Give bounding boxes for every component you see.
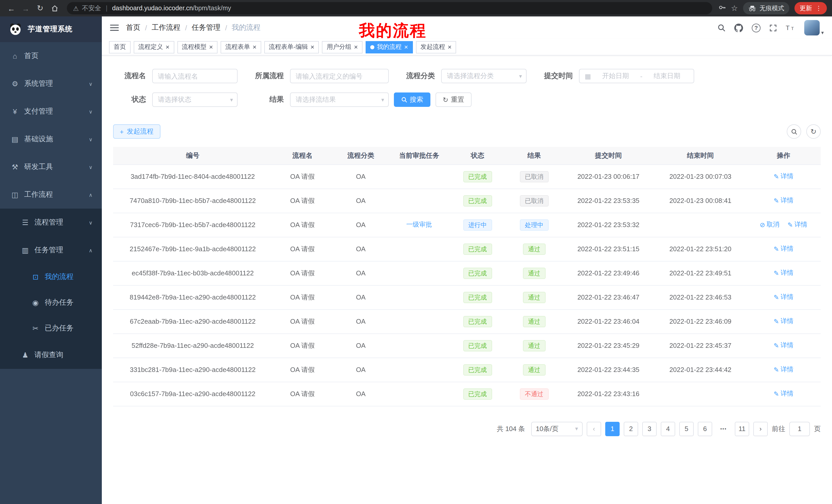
search-toggle-button[interactable] — [787, 124, 801, 139]
tab[interactable]: 发起流程 × — [416, 41, 456, 53]
close-icon[interactable]: × — [404, 44, 408, 50]
tab[interactable]: 流程定义 × — [134, 41, 174, 53]
cell-actions: ⊘取消 ✎详情 — [746, 164, 821, 189]
sidebar-item[interactable]: ⊡ 我的流程 — [0, 264, 102, 290]
reset-button[interactable]: ↻ 重置 — [436, 92, 471, 107]
prev-page-button[interactable]: ‹ — [587, 422, 601, 436]
bookmark-star-icon[interactable]: ☆ — [731, 4, 738, 13]
breadcrumb-item[interactable]: 首页 — [126, 23, 140, 32]
close-icon[interactable]: × — [354, 44, 358, 50]
close-icon[interactable]: × — [165, 44, 170, 50]
detail-link[interactable]: ✎详情 — [774, 269, 794, 277]
font-size-icon[interactable]: TT — [786, 24, 796, 31]
browser-forward-button[interactable]: → — [20, 2, 32, 15]
sidebar-item[interactable]: ⌂ 首页 — [0, 42, 102, 70]
help-icon[interactable]: ? — [752, 23, 760, 32]
result-select[interactable]: 请选择流结果 ▾ — [290, 92, 389, 107]
address-bar[interactable]: ⚠ 不安全 | dashboard.yudao.iocoder.cn/bpm/t… — [67, 2, 712, 15]
sidebar-item[interactable]: ⚙ 系统管理 ∨ — [0, 70, 102, 97]
refresh-icon: ↻ — [810, 128, 816, 136]
cancel-link[interactable]: ⊘取消 — [760, 220, 780, 229]
avatar[interactable] — [804, 20, 820, 35]
cell-id: 331bc281-7b9a-11ec-a290-acde48001122 — [113, 358, 272, 382]
tab-label: 流程定义 — [138, 43, 163, 51]
cell-category: OA — [333, 261, 389, 285]
detail-link[interactable]: ✎详情 — [774, 365, 794, 374]
sidebar-item[interactable]: ▤ 基础设施 ∨ — [0, 125, 102, 153]
detail-link[interactable]: ✎详情 — [774, 172, 794, 181]
page-button[interactable]: 6 — [698, 422, 712, 436]
security-label[interactable]: 不安全 — [82, 4, 101, 12]
date-range-picker[interactable]: ▦ 开始日期 - 结束日期 — [579, 69, 694, 83]
owning-process-input[interactable] — [290, 69, 389, 83]
user-menu[interactable]: ▾ — [804, 20, 824, 35]
tab[interactable]: 我的流程 × — [366, 41, 413, 53]
tab-label: 首页 — [114, 43, 126, 51]
kebab-menu-icon[interactable]: ⋮ — [815, 5, 822, 12]
refresh-table-button[interactable]: ↻ — [806, 124, 821, 139]
cell-status: 已完成 — [449, 285, 506, 309]
close-icon[interactable]: × — [209, 44, 213, 50]
sidebar-item[interactable]: ▥ 任务管理 ∧ — [0, 236, 102, 264]
close-icon[interactable]: × — [448, 44, 451, 50]
sidebar-item[interactable]: ✂ 已办任务 — [0, 315, 102, 341]
browser-reload-button[interactable]: ↻ — [34, 2, 46, 15]
github-icon[interactable] — [734, 23, 743, 32]
status-badge: 已完成 — [463, 388, 492, 399]
browser-back-button[interactable]: ← — [5, 2, 18, 15]
url-text: dashboard.yudao.iocoder.cn/bpm/task/my — [112, 5, 231, 12]
next-page-button[interactable]: › — [753, 422, 768, 436]
close-icon[interactable]: × — [253, 44, 256, 50]
tab[interactable]: 流程表单 × — [220, 41, 261, 53]
page-button[interactable]: 11 — [735, 422, 749, 436]
detail-link[interactable]: ✎详情 — [774, 389, 794, 398]
detail-link[interactable]: ✎详情 — [774, 293, 794, 302]
cell-id: 2152467e-7b9b-11ec-9a1b-acde48001122 — [113, 237, 272, 261]
sidebar-item[interactable]: ⚒ 研发工具 ∨ — [0, 153, 102, 181]
tab[interactable]: 流程表单-编辑 × — [264, 41, 319, 53]
sidebar-item-label: 研发工具 — [24, 162, 53, 172]
page-button[interactable]: 2 — [624, 422, 638, 436]
page-button[interactable]: 5 — [679, 422, 694, 436]
page-button[interactable]: 1 — [605, 422, 620, 436]
sidebar-toggle-button[interactable] — [110, 24, 119, 31]
breadcrumb-item[interactable]: 工作流程 — [152, 23, 181, 32]
cell-status: 已完成 — [449, 333, 506, 358]
sidebar-item[interactable]: ◉ 待办任务 — [0, 290, 102, 315]
fullscreen-icon[interactable] — [769, 24, 777, 32]
create-process-button[interactable]: + 发起流程 — [113, 124, 160, 139]
detail-link[interactable]: ✎详情 — [774, 341, 794, 350]
sidebar-item[interactable]: ♟ 请假查询 — [0, 341, 102, 369]
category-select[interactable]: 请选择流程分类 ▾ — [441, 69, 526, 83]
search-icon[interactable] — [717, 24, 726, 32]
detail-link[interactable]: ✎详情 — [774, 196, 794, 205]
detail-link[interactable]: ✎详情 — [774, 317, 794, 326]
table-row: 67c2eaab-7b9a-11ec-a290-acde48001122 OA … — [113, 309, 821, 333]
close-icon[interactable]: × — [311, 44, 314, 50]
status-select[interactable]: 请选择状态 ▾ — [152, 92, 238, 107]
sidebar-item[interactable]: ☰ 流程管理 ∨ — [0, 208, 102, 236]
page-button[interactable]: ••• — [716, 422, 731, 436]
browser-home-button[interactable] — [48, 2, 61, 15]
sidebar-item[interactable]: ¥ 支付管理 ∨ — [0, 97, 102, 125]
cell-end-time: 2022-01-23 00:07:03 — [654, 164, 746, 189]
detail-link[interactable]: ✎详情 — [774, 245, 794, 253]
process-name-input[interactable] — [152, 69, 238, 83]
tab[interactable]: 流程模型 × — [177, 41, 217, 53]
sidebar-item[interactable]: ◫ 工作流程 ∧ — [0, 181, 102, 208]
search-button[interactable]: 搜索 — [394, 92, 431, 107]
breadcrumb-item[interactable]: 任务管理 — [192, 23, 220, 32]
tab[interactable]: 首页 × — [109, 41, 131, 53]
browser-update-button[interactable]: 更新 ⋮ — [795, 2, 827, 15]
current-task-link[interactable]: 一级审批 — [406, 220, 432, 229]
password-key-icon[interactable] — [718, 3, 726, 13]
page-button[interactable]: 3 — [642, 422, 657, 436]
tab[interactable]: 用户分组 × — [322, 41, 363, 53]
page-size-select[interactable]: 10条/页 ▾ — [531, 422, 582, 436]
page-button[interactable]: 4 — [661, 422, 675, 436]
goto-page-input[interactable] — [789, 422, 810, 436]
detail-link[interactable]: ✎详情 — [787, 220, 807, 229]
screen: ← → ↻ ⚠ 不安全 | dashboard.yudao.iocoder.cn… — [0, 0, 832, 504]
app-logo-row[interactable]: 芋道管理系统 — [0, 17, 102, 42]
cell-submit-time: 2022-01-22 23:53:35 — [562, 189, 654, 213]
